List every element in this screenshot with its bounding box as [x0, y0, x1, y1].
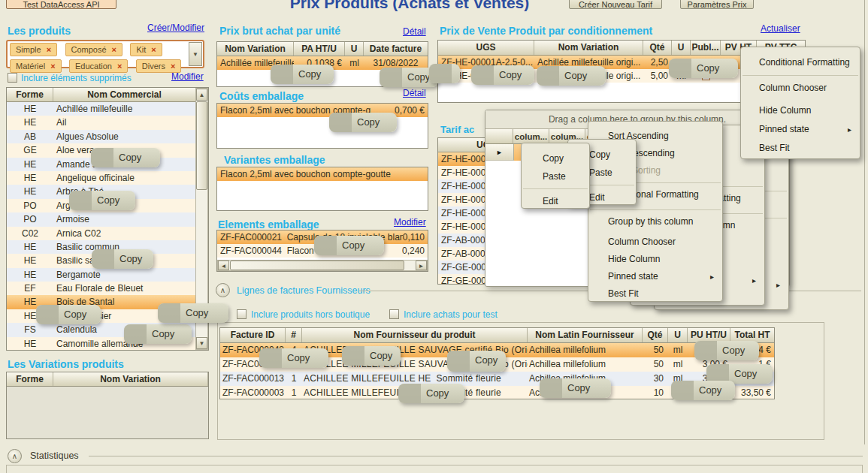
column-header[interactable]: Date facture [364, 42, 428, 56]
menu-item[interactable]: Column Chooser [742, 75, 858, 101]
copy-tooltip[interactable]: Copy [471, 65, 534, 85]
vente-refresh-link[interactable]: Actualiser [761, 23, 800, 34]
copy-tooltip[interactable]: Copy [259, 348, 328, 368]
copy-tooltip[interactable]: Copy [91, 148, 160, 167]
column-header-forme[interactable]: Forme [7, 88, 53, 101]
copy-tooltip[interactable]: Copy [694, 341, 759, 360]
tag-remove-icon[interactable]: × [151, 45, 156, 54]
tag-label: Simple [16, 45, 41, 54]
column-header-qte[interactable]: Qté [643, 328, 668, 342]
products-modify-link[interactable]: Modifier [171, 71, 204, 82]
copy-tooltip[interactable]: Copy [92, 249, 153, 269]
tags-dropdown-button[interactable]: ▼ [189, 42, 202, 66]
copy-tooltip[interactable]: Copy [271, 65, 334, 84]
menu-item[interactable]: Edit [523, 188, 588, 209]
copy-tooltip[interactable]: Copy [314, 236, 384, 255]
statistiques-collapse-button[interactable]: ∧ [8, 449, 22, 463]
test-dataaccess-button[interactable]: Test DataAccess API [6, 0, 116, 9]
tag-remove-icon[interactable]: × [50, 62, 55, 71]
product-row[interactable]: HE Angelique officinale [7, 171, 196, 185]
product-row[interactable]: PO Armoise [7, 212, 196, 226]
product-forme: HE [7, 337, 53, 351]
achat-detail-link[interactable]: Détail [403, 26, 426, 37]
facture-qte: 30 [643, 372, 668, 386]
menu-item[interactable]: Hide Column [742, 101, 858, 120]
elements-hscrollbar-thumb[interactable] [230, 261, 404, 270]
tag-remove-icon[interactable]: × [47, 45, 51, 54]
variante-row[interactable]: Flacon 2,5ml avec bouchon compte-goutte [217, 167, 428, 181]
menu-item[interactable]: Paste [523, 167, 588, 185]
copy-tooltip[interactable]: Copy [447, 351, 506, 372]
column-header-qte[interactable]: Qté [643, 41, 672, 55]
product-tag[interactable]: Matériel × [10, 59, 62, 73]
column-header-nom-commercial[interactable]: Nom Commercial [53, 88, 196, 101]
copy-tooltip[interactable]: Copy [540, 378, 611, 398]
product-row[interactable]: C02 Arnica C02 [7, 227, 196, 240]
copy-tooltip[interactable]: Copy [669, 59, 738, 78]
column-header-u[interactable]: U [672, 41, 691, 55]
column-header-ugs[interactable]: UGS [438, 41, 534, 55]
params-prix-button[interactable]: Paramètres Prix [680, 0, 754, 9]
column-header-nom-variation[interactable]: Nom Variation [53, 372, 208, 386]
products-scrollbar-thumb[interactable] [196, 101, 207, 190]
column-header[interactable]: U [345, 42, 364, 56]
column-header-facture-id[interactable]: Facture ID [220, 328, 286, 342]
copy-tooltip[interactable]: Copy [537, 66, 606, 86]
copy-tooltip[interactable]: Copy [398, 384, 464, 403]
column-header-forme[interactable]: Forme [7, 372, 53, 386]
achats-test-checkbox[interactable] [389, 309, 399, 319]
copy-tooltip[interactable] [429, 64, 460, 83]
couts-detail-link[interactable]: Détail [403, 88, 426, 98]
product-row[interactable]: AB Algues Absolue [7, 130, 196, 143]
scroll-up-icon[interactable]: ▲ [196, 89, 207, 101]
lignes-collapse-button[interactable]: ∧ [216, 283, 230, 297]
products-create-link[interactable]: Créer/Modifier [147, 23, 204, 33]
column-header-u[interactable]: U [668, 328, 688, 342]
column-header-num[interactable]: # [286, 328, 302, 342]
column-header[interactable]: PA HT/U [294, 42, 345, 56]
include-deleted-checkbox[interactable] [8, 73, 17, 83]
tag-remove-icon[interactable]: × [112, 45, 116, 54]
elements-heading: Elements emballage [218, 218, 319, 230]
copy-tooltip[interactable]: Copy [158, 303, 228, 323]
column-header-nom-latin[interactable]: Nom Latin Fournisseur [528, 328, 643, 342]
copy-tooltip[interactable]: Copy [36, 305, 101, 324]
product-tag[interactable]: Composé × [65, 43, 123, 56]
menu-item[interactable]: Pinned state [590, 268, 721, 285]
menu-item[interactable]: Hide Column [590, 251, 721, 268]
product-row[interactable]: EF Eau Florale de Bleuet [7, 282, 196, 295]
tag-remove-icon[interactable]: × [117, 62, 122, 71]
copy-tooltip[interactable]: Copy [342, 346, 401, 366]
statistiques-panel [6, 465, 863, 473]
column-header[interactable]: Nom Variation [217, 42, 294, 56]
scroll-left-icon[interactable]: ◄ [218, 261, 229, 270]
copy-tooltip[interactable]: Copy [124, 324, 192, 344]
column-header-nom-fournisseur[interactable]: Nom Fournisseur du produit [302, 328, 528, 342]
grid-column-header[interactable]: colum... [513, 129, 549, 144]
menu-item[interactable]: Conditional Formatting [742, 53, 858, 72]
column-header-publ[interactable]: Publ... [691, 41, 721, 55]
create-tarif-button[interactable]: Créer Nouveau Tarif [569, 0, 662, 9]
copy-tooltip[interactable]: Copy [69, 191, 135, 210]
menu-item[interactable]: Group by this column [590, 209, 721, 233]
product-row[interactable]: HE Bergamote [7, 268, 196, 282]
tag-remove-icon[interactable]: × [171, 62, 175, 71]
column-header-nom-variation[interactable]: Nom Variation [534, 41, 643, 55]
product-row[interactable]: HE Ail [7, 116, 196, 129]
hors-boutique-checkbox[interactable] [237, 309, 246, 319]
tarif-heading: Tarif ac [440, 124, 474, 135]
menu-item[interactable]: Copy [523, 149, 588, 167]
copy-tooltip[interactable]: Copy [329, 113, 397, 132]
product-row[interactable]: HE Achillée millefeuille [7, 102, 196, 116]
product-tag[interactable]: Simple × [10, 43, 57, 56]
product-tag[interactable]: Kit × [130, 43, 162, 56]
menu-item[interactable]: Best Fit [590, 285, 721, 302]
product-tag[interactable]: Education × [69, 59, 128, 73]
elements-modify-link[interactable]: Modifier [394, 217, 426, 227]
menu-item[interactable]: Best Fit [742, 139, 858, 158]
menu-item[interactable]: Pinned state [742, 120, 858, 139]
scroll-right-icon[interactable]: ► [416, 261, 427, 270]
copy-tooltip[interactable]: Copy [671, 381, 735, 400]
scroll-down-icon[interactable]: ▼ [196, 337, 207, 349]
menu-item[interactable]: Column Chooser [590, 233, 721, 251]
